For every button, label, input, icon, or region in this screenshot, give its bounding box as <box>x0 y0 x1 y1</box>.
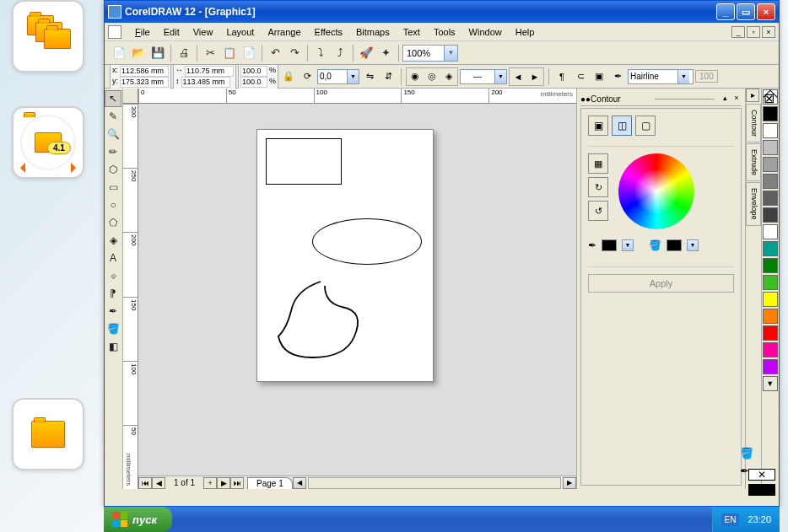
paste-button[interactable]: 📄 <box>240 44 258 62</box>
auto-close-icon[interactable]: ⊂ <box>572 68 589 85</box>
redo-button[interactable]: ↷ <box>285 44 304 62</box>
language-indicator[interactable]: EN <box>721 513 740 526</box>
maximize-button[interactable]: ▭ <box>737 3 755 20</box>
docker-close-button[interactable]: × <box>731 94 742 104</box>
start-button[interactable]: пуск <box>104 507 172 532</box>
palette-swatch[interactable] <box>763 157 778 172</box>
mdi-close-button[interactable]: × <box>762 26 775 38</box>
page-tab-1[interactable]: Page 1 <box>247 477 293 489</box>
zoom-dropdown-icon[interactable]: ▼ <box>444 46 457 61</box>
system-tray[interactable]: EN 23:20 <box>712 507 780 532</box>
palette-swatch[interactable] <box>763 224 778 239</box>
text-tool[interactable]: A <box>105 250 121 266</box>
mirror-v-icon[interactable]: ⇵ <box>380 68 397 85</box>
tab-contour[interactable]: Contour <box>746 104 761 142</box>
line-dash-combo[interactable]: — ▼ <box>460 69 507 84</box>
interactive-fill-tool[interactable]: ◧ <box>105 338 121 355</box>
to-front-icon[interactable]: ▣ <box>591 68 607 85</box>
ruler-origin[interactable] <box>123 89 138 104</box>
ellipse-shape[interactable] <box>312 218 422 265</box>
ruler-vertical[interactable]: 300 250 200 150 100 50 millimeters <box>123 104 138 489</box>
palette-scroll-down-icon[interactable]: ▼ <box>763 376 778 391</box>
copy-button[interactable]: 📋 <box>220 44 239 62</box>
pos-y[interactable]: 175.323 mm <box>120 77 169 88</box>
apply-button[interactable]: Apply <box>588 274 734 293</box>
outline-color-picker[interactable]: ✒ ▼ <box>588 239 634 251</box>
open-button[interactable]: 📂 <box>129 44 148 62</box>
first-page-button[interactable]: ⏮ <box>138 477 152 489</box>
outline-color-swatch[interactable] <box>602 239 617 251</box>
rotation-dd-icon[interactable]: ▼ <box>347 70 359 83</box>
docker-header[interactable]: ●● Contour ▴ × <box>580 92 742 106</box>
palette-swatch[interactable] <box>763 174 778 189</box>
size-h[interactable]: 113.485 mm <box>181 77 230 88</box>
last-page-button[interactable]: ⏭ <box>230 477 244 489</box>
prev-page-button[interactable]: ◀ <box>152 477 165 489</box>
menu-help[interactable]: Help <box>509 25 542 39</box>
palette-swatch[interactable] <box>763 292 778 307</box>
rotation-combo[interactable]: ▼ <box>317 69 359 84</box>
zoom-tool[interactable]: 🔍 <box>105 126 121 142</box>
rectangle-tool[interactable]: ▭ <box>105 179 121 196</box>
rectangle-shape[interactable] <box>266 138 342 185</box>
add-page-button[interactable]: + <box>203 477 217 489</box>
wrap-text-icon[interactable]: ¶ <box>553 68 570 85</box>
menu-effects[interactable]: Effects <box>308 25 349 39</box>
lock-ratio-icon[interactable]: 🔒 <box>280 68 297 85</box>
menu-window[interactable]: Window <box>462 25 509 39</box>
trim-icon[interactable]: ◎ <box>424 68 440 85</box>
freehand-tool[interactable]: ✏ <box>105 143 121 160</box>
palette-swatch[interactable] <box>763 140 778 155</box>
menu-tools[interactable]: Tools <box>427 25 462 39</box>
palette-swatch[interactable] <box>763 325 778 341</box>
tab-extrude[interactable]: Extrude <box>746 143 761 181</box>
smart-drawing-tool[interactable]: ⬡ <box>105 161 121 178</box>
canvas-viewport[interactable] <box>138 104 576 489</box>
close-button[interactable]: × <box>757 3 775 20</box>
outline-width-dd-icon[interactable]: ▼ <box>677 70 689 83</box>
menu-layout[interactable]: Layout <box>219 25 261 39</box>
intersect-icon[interactable]: ◈ <box>440 68 457 85</box>
palette-swatch[interactable] <box>763 106 778 121</box>
save-button[interactable]: 💾 <box>148 44 167 62</box>
new-button[interactable]: 📄 <box>110 44 128 62</box>
folder-next-icon[interactable] <box>12 398 84 470</box>
eyedropper-tool[interactable]: ⁋ <box>105 285 121 302</box>
app-launcher-button[interactable]: 🚀 <box>357 44 375 62</box>
palette-swatch[interactable] <box>763 191 778 206</box>
pos-x[interactable]: 112.586 mm <box>120 66 169 77</box>
interactive-blend-tool[interactable]: ⟐ <box>105 267 121 284</box>
mdi-restore-button[interactable]: ▫ <box>747 26 760 38</box>
step-4-1-icon[interactable]: 4.1 <box>12 106 84 179</box>
outline-width-combo[interactable]: ▼ <box>628 69 694 84</box>
export-button[interactable]: ⤴ <box>331 44 349 62</box>
scale-x[interactable]: 100.0 <box>240 66 267 77</box>
folders-stack-icon[interactable] <box>12 0 84 73</box>
basic-shapes-tool[interactable]: ◈ <box>105 232 121 249</box>
outline-color-dd-icon[interactable]: ▼ <box>622 239 634 251</box>
fill-bucket-icon[interactable]: 🪣 <box>740 447 753 459</box>
contour-center-icon[interactable]: ▣ <box>588 116 608 136</box>
corel-online-button[interactable]: ✦ <box>376 44 395 62</box>
palette-swatch[interactable] <box>763 207 778 223</box>
freeform-curve-shape[interactable] <box>274 277 384 362</box>
print-button[interactable]: 🖨 <box>175 44 193 62</box>
color-ccw-icon[interactable]: ↺ <box>588 201 608 221</box>
palette-swatch[interactable] <box>763 359 778 374</box>
menu-bitmaps[interactable]: Bitmaps <box>349 25 397 39</box>
next-page-button[interactable]: ▶ <box>217 477 230 489</box>
menu-file[interactable]: File <box>128 25 157 39</box>
color-wheel[interactable] <box>618 153 694 229</box>
menu-text[interactable]: Text <box>397 25 427 39</box>
weld-icon[interactable]: ◉ <box>407 68 424 85</box>
polygon-tool[interactable]: ⬠ <box>105 214 121 231</box>
drawing-page[interactable] <box>256 129 434 382</box>
pick-tool[interactable]: ↖ <box>105 90 121 107</box>
tab-envelope[interactable]: Envelope <box>746 182 761 226</box>
line-dash-dd-icon[interactable]: ▼ <box>494 70 506 83</box>
palette-swatch[interactable] <box>763 275 778 290</box>
outline-sample[interactable]: ✕ <box>748 469 775 481</box>
cut-button[interactable]: ✂ <box>201 44 219 62</box>
menu-arrange[interactable]: Arrange <box>261 25 307 39</box>
fill-color-swatch[interactable] <box>667 239 682 251</box>
